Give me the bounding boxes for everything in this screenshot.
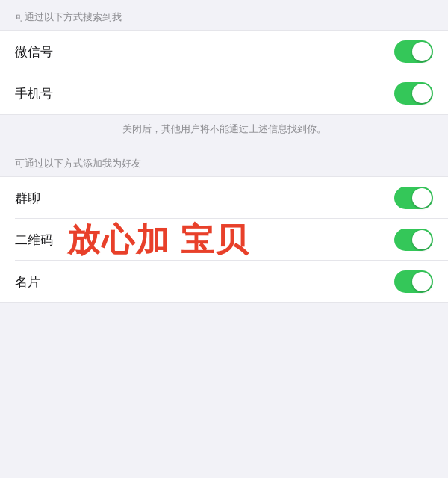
group-chat-toggle-thumb bbox=[412, 188, 432, 208]
wechat-id-toggle-thumb bbox=[412, 42, 432, 61]
business-card-label: 名片 bbox=[15, 273, 40, 291]
page-container: 可通过以下方式搜索到我 微信号 手机号 关闭后，其他用户将不能通过上述信息找到你… bbox=[0, 0, 448, 303]
qr-code-row: 二维码 放心加 宝贝 bbox=[0, 219, 448, 261]
group-chat-toggle[interactable] bbox=[394, 187, 433, 209]
phone-number-toggle[interactable] bbox=[394, 82, 433, 105]
wechat-id-label: 微信号 bbox=[15, 43, 53, 60]
wechat-id-toggle-track bbox=[394, 40, 433, 63]
business-card-toggle-thumb bbox=[412, 272, 432, 291]
phone-number-toggle-thumb bbox=[412, 84, 432, 103]
business-card-row: 名片 bbox=[0, 261, 448, 302]
group-chat-row: 群聊 bbox=[0, 177, 448, 219]
qr-code-toggle-thumb bbox=[412, 230, 432, 249]
phone-number-row: 手机号 bbox=[0, 72, 448, 114]
overlay-text: 放心加 宝贝 bbox=[67, 218, 249, 262]
business-card-toggle-track bbox=[394, 270, 433, 293]
add-friend-settings-group: 群聊 二维码 放心加 宝贝 名片 bbox=[0, 176, 448, 303]
phone-number-toggle-track bbox=[394, 82, 433, 105]
qr-code-toggle[interactable] bbox=[394, 229, 433, 251]
wechat-id-row: 微信号 bbox=[0, 31, 448, 72]
group-chat-label: 群聊 bbox=[15, 190, 40, 207]
group-chat-toggle-track bbox=[394, 187, 433, 209]
search-settings-group: 微信号 手机号 bbox=[0, 30, 448, 115]
search-section-header: 可通过以下方式搜索到我 bbox=[0, 0, 448, 30]
phone-number-label: 手机号 bbox=[15, 85, 53, 102]
qr-code-label: 二维码 bbox=[15, 232, 53, 249]
add-friend-section-header: 可通过以下方式添加我为好友 bbox=[0, 146, 448, 176]
search-note: 关闭后，其他用户将不能通过上述信息找到你。 bbox=[0, 115, 448, 146]
business-card-toggle[interactable] bbox=[394, 270, 433, 293]
wechat-id-toggle[interactable] bbox=[394, 40, 433, 63]
qr-code-toggle-track bbox=[394, 229, 433, 251]
